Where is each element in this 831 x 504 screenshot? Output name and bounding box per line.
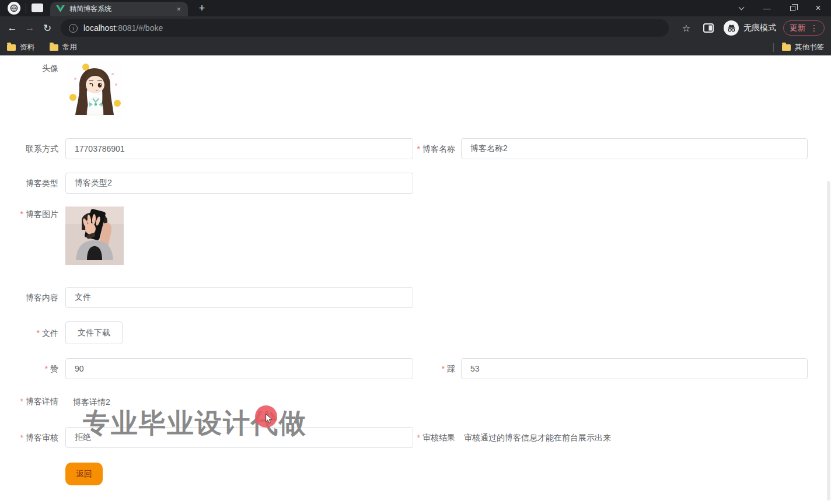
chevron-down-icon (738, 4, 744, 10)
contact-label: 联系方式 (0, 138, 58, 159)
address-bar[interactable]: i localhost:8081/#/boke (61, 19, 669, 37)
required-asterisk: * (417, 144, 420, 153)
update-button[interactable]: 更新 ⋮ (783, 20, 825, 36)
menu-dots-icon[interactable]: ⋮ (810, 23, 818, 33)
tabstrip-separator (26, 4, 26, 13)
bookmark-folder-ziliao[interactable]: 资料 (7, 43, 34, 52)
window-minimize-button[interactable]: — (754, 0, 780, 16)
incognito-mode-label: 无痕模式 (743, 23, 776, 33)
folder-icon (782, 44, 791, 51)
bookmark-label: 其他书签 (795, 43, 824, 52)
window-restore-button[interactable] (780, 0, 805, 16)
blog-image-label: *博客图片 (0, 204, 58, 225)
required-asterisk: * (20, 209, 23, 219)
update-label: 更新 (790, 23, 805, 33)
file-download-button[interactable]: 文件下载 (65, 321, 123, 344)
folder-icon (50, 44, 58, 51)
other-bookmarks-button[interactable]: 其他书签 (782, 43, 824, 52)
window-close-button[interactable]: × (805, 0, 831, 16)
bookmark-folder-changyong[interactable]: 常用 (50, 43, 77, 52)
browser-logo-icon[interactable] (8, 2, 20, 15)
back-button[interactable]: ← (4, 22, 21, 34)
incognito-avatar-icon (724, 20, 739, 36)
side-panel-icon[interactable] (701, 23, 715, 33)
url-host: localhost (83, 23, 116, 33)
new-tab-button[interactable]: + (195, 1, 209, 15)
active-tab[interactable]: 精简博客系统 × (50, 2, 188, 16)
cursor-highlight (255, 405, 277, 428)
required-asterisk: * (20, 397, 23, 406)
like-input[interactable] (65, 358, 413, 379)
back-to-list-button[interactable]: 返回 (65, 463, 103, 485)
tab-close-icon[interactable]: × (175, 5, 182, 13)
bookmark-label: 资料 (20, 43, 34, 52)
url-path: :8081/#/boke (116, 23, 163, 33)
like-label: *赞 (0, 358, 58, 379)
blog-name-label: *博客名称 (397, 138, 455, 159)
blog-type-label: 博客类型 (0, 173, 58, 194)
blog-content-label: 博客内容 (0, 287, 58, 308)
bookmark-star-icon[interactable]: ☆ (679, 23, 693, 34)
tab-strip: 精简博客系统 × + — × (0, 0, 831, 16)
window-dropdown-button[interactable] (728, 0, 754, 16)
required-asterisk: * (417, 433, 420, 442)
blog-detail-label: *博客详情 (0, 396, 58, 407)
file-label: *文件 (0, 322, 58, 345)
avatar-image (67, 61, 123, 117)
workspace-icon[interactable] (32, 4, 43, 12)
window-controls: — × (728, 0, 831, 16)
review-result-label: *审核结果 (397, 427, 455, 448)
blog-image-preview (65, 206, 124, 265)
page-scrollbar[interactable] (827, 181, 830, 501)
vue-favicon-icon (56, 5, 65, 13)
url-text: localhost:8081/#/boke (83, 23, 163, 33)
required-asterisk: * (37, 328, 40, 338)
blog-detail-form: 头像 联系方式 *博客名称 博客类型 *博客图片 (0, 55, 831, 504)
browser-toolbar: ← → ↻ i localhost:8081/#/boke ☆ 无痕模式 更新 … (0, 16, 831, 40)
bookmarks-bar: 资料 常用 其他书签 (0, 40, 831, 55)
required-asterisk: * (20, 433, 23, 442)
blog-review-label: *博客审核 (0, 427, 58, 448)
required-asterisk: * (45, 364, 48, 373)
review-result-value: 审核通过的博客信息才能在前台展示出来 (464, 427, 611, 448)
blog-content-input[interactable] (65, 287, 413, 308)
dislike-label: *踩 (397, 358, 455, 379)
forward-button[interactable]: → (21, 22, 39, 34)
folder-icon (7, 44, 16, 51)
bookmarks-separator (773, 43, 774, 52)
restore-icon (790, 6, 795, 11)
blog-name-input[interactable] (461, 138, 808, 159)
contact-input[interactable] (65, 138, 413, 159)
reload-button[interactable]: ↻ (39, 22, 56, 34)
tab-title: 精简博客系统 (69, 4, 175, 14)
required-asterisk: * (442, 364, 445, 373)
site-info-icon[interactable]: i (69, 24, 78, 33)
cursor-arrow-icon (265, 414, 273, 424)
dislike-input[interactable] (461, 358, 808, 379)
blog-type-input[interactable] (65, 173, 413, 194)
bookmark-label: 常用 (62, 43, 77, 52)
avatar-label: 头像 (0, 58, 58, 74)
